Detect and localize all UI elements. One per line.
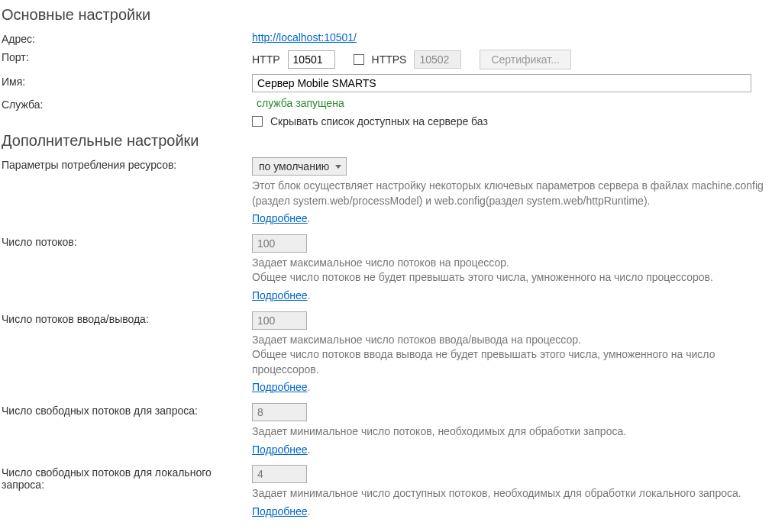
label-service: Служба:: [2, 97, 252, 111]
io-threads-input[interactable]: [252, 311, 307, 330]
threads-more-link[interactable]: Подробнее: [252, 289, 308, 301]
free-local-desc: Задает минимальное число доступных поток…: [252, 486, 770, 501]
io-threads-more-link[interactable]: Подробнее: [252, 381, 308, 393]
resources-select[interactable]: по умолчанию: [252, 157, 347, 176]
hide-bases-label: Скрывать список доступных на сервере баз: [270, 115, 488, 127]
http-label: HTTP: [252, 53, 280, 66]
label-resources: Параметры потребления ресурсов:: [2, 157, 252, 171]
free-local-more-link[interactable]: Подробнее: [252, 505, 308, 517]
label-port: Порт:: [2, 50, 252, 63]
https-checkbox[interactable]: [354, 54, 364, 65]
label-address: Адрес:: [2, 31, 252, 45]
heading-main: Основные настройки: [2, 6, 770, 24]
http-port-input[interactable]: [288, 50, 335, 69]
resources-more-link[interactable]: Подробнее: [252, 212, 308, 224]
label-name: Имя:: [2, 74, 252, 88]
label-free-req: Число свободных потоков для запроса:: [2, 403, 252, 417]
label-io-threads: Число потоков ввода/вывода:: [2, 311, 252, 325]
io-threads-desc: Задает максимальное число потоков ввода/…: [252, 333, 770, 378]
hide-bases-checkbox[interactable]: [252, 116, 263, 127]
free-local-input[interactable]: [252, 465, 307, 483]
label-free-local: Число свободных потоков для локального з…: [2, 465, 252, 491]
server-name-input[interactable]: [252, 74, 751, 92]
free-req-more-link[interactable]: Подробнее: [252, 443, 308, 456]
https-label: HTTPS: [372, 53, 407, 66]
https-port-input[interactable]: [414, 50, 461, 69]
free-req-input[interactable]: [252, 403, 307, 421]
threads-input[interactable]: [252, 234, 307, 253]
resources-desc: Этот блок осуществляет настройку некотор…: [252, 179, 770, 208]
free-req-desc: Задает минимальное число потоков, необхо…: [252, 424, 770, 440]
address-link[interactable]: http://localhost:10501/: [252, 31, 357, 44]
service-status: служба запущена: [257, 97, 344, 109]
certificate-button[interactable]: Сертификат...: [480, 50, 570, 69]
threads-desc: Задает максимальное число потоков на про…: [252, 256, 770, 285]
label-threads: Число потоков:: [2, 234, 252, 248]
heading-extra: Дополнительные настройки: [2, 132, 770, 150]
